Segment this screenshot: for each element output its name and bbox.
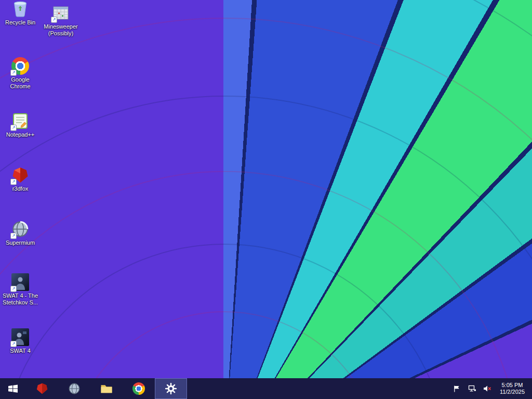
start-button[interactable] bbox=[0, 378, 26, 399]
icon-label: SWAT 4 - The Stetchkov S... bbox=[1, 292, 39, 306]
taskbar: 5:05 PM 11/2/2025 bbox=[0, 378, 532, 399]
supermium-globe-icon bbox=[11, 220, 29, 238]
swat4-stetchkov-icon bbox=[11, 273, 29, 291]
chrome-icon bbox=[11, 57, 29, 75]
clock-date: 11/2/2025 bbox=[500, 389, 525, 395]
network-icon[interactable] bbox=[468, 384, 477, 393]
canopy-seam-ring bbox=[0, 96, 532, 399]
swat4-icon bbox=[11, 328, 29, 346]
supermium-globe-icon bbox=[68, 382, 81, 395]
taskbar-item-r3dfox[interactable] bbox=[26, 378, 58, 399]
clock-time: 5:05 PM bbox=[501, 382, 523, 388]
desktop-icon-swat4[interactable]: SWAT 4 bbox=[0, 328, 41, 354]
folder-icon bbox=[100, 382, 113, 395]
recycle-bin-icon bbox=[11, 0, 29, 18]
icon-label: Supermium bbox=[6, 240, 35, 246]
minesweeper-icon bbox=[52, 4, 70, 22]
taskbar-clock[interactable]: 5:05 PM 11/2/2025 bbox=[498, 382, 530, 395]
desktop-icon-swat4-stetchkov[interactable]: SWAT 4 - The Stetchkov S... bbox=[0, 273, 41, 306]
canopy-seam-ring bbox=[0, 18, 532, 399]
desktop-icon-r3dfox[interactable]: r3dfox bbox=[0, 166, 41, 192]
canopy-seam-ring bbox=[0, 171, 522, 399]
taskbar-item-file-explorer[interactable] bbox=[90, 378, 123, 399]
action-center-flag-icon[interactable] bbox=[453, 384, 462, 393]
desktop-icon-supermium[interactable]: Supermium bbox=[0, 220, 41, 246]
desktop-icon-google-chrome[interactable]: Google Chrome bbox=[0, 57, 41, 90]
icon-label: Notepad++ bbox=[6, 131, 34, 138]
icon-label: SWAT 4 bbox=[10, 348, 31, 354]
windows-logo-icon bbox=[8, 383, 18, 394]
taskbar-item-settings[interactable] bbox=[155, 378, 187, 399]
icon-label: r3dfox bbox=[12, 185, 29, 192]
canopy-seam-ring bbox=[0, 244, 449, 399]
icon-label: Google Chrome bbox=[1, 76, 39, 90]
taskbar-item-supermium[interactable] bbox=[58, 378, 90, 399]
chrome-icon bbox=[132, 382, 145, 395]
desktop-icon-minesweeper[interactable]: Minesweeper (Possibly) bbox=[41, 4, 81, 37]
desktop-icon-notepad-plus-plus[interactable]: Notepad++ bbox=[0, 112, 41, 138]
notepad-plus-plus-icon bbox=[11, 112, 29, 130]
r3dfox-icon bbox=[11, 166, 29, 184]
r3dfox-icon bbox=[36, 382, 48, 395]
taskbar-item-chrome[interactable] bbox=[123, 378, 155, 399]
desktop: Recycle Bin Minesweeper (Possibly) Googl… bbox=[0, 0, 532, 399]
volume-muted-icon[interactable] bbox=[483, 384, 492, 393]
system-tray: 5:05 PM 11/2/2025 bbox=[450, 378, 532, 399]
gear-icon bbox=[165, 383, 177, 394]
canopy-seam-ring bbox=[0, 0, 532, 399]
wallpaper bbox=[0, 0, 532, 399]
desktop-icon-recycle-bin[interactable]: Recycle Bin bbox=[0, 0, 41, 26]
icon-label: Minesweeper (Possibly) bbox=[42, 23, 80, 37]
icon-label: Recycle Bin bbox=[5, 19, 35, 26]
